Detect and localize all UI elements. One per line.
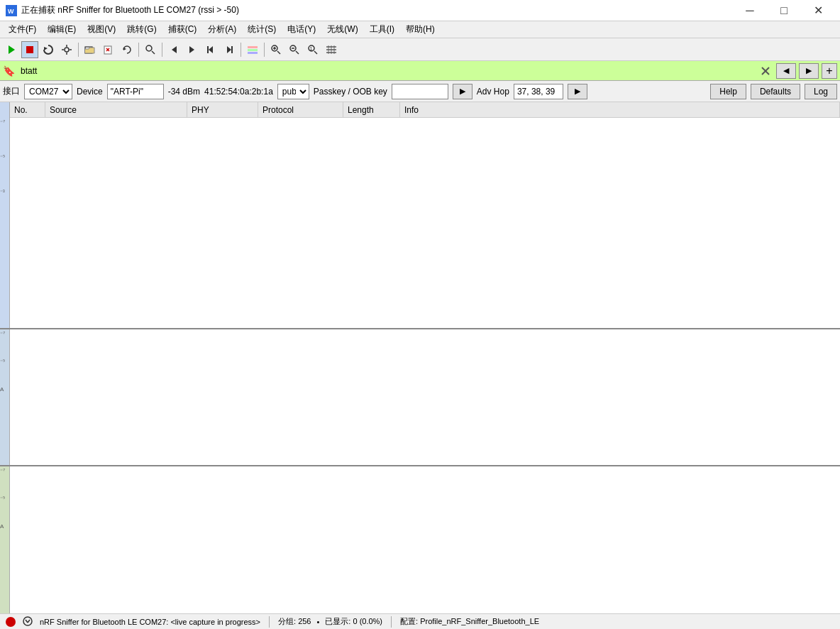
svg-rect-3 xyxy=(26,46,33,53)
svg-marker-4 xyxy=(44,47,48,50)
help-button[interactable]: Help xyxy=(710,84,746,99)
status-text: nRF Sniffer for Bluetooth LE COM27: <liv… xyxy=(40,618,260,626)
open-file-button[interactable] xyxy=(82,41,99,58)
capture-options-button[interactable] xyxy=(58,41,75,58)
minimize-button[interactable]: ─ xyxy=(734,0,766,21)
zoom-out-button[interactable] xyxy=(286,41,303,58)
adv-hop-input[interactable] xyxy=(514,84,563,99)
log-button[interactable]: Log xyxy=(805,84,837,99)
toolbar-sep-5 xyxy=(264,43,265,57)
device-input[interactable] xyxy=(107,84,164,99)
find-button[interactable] xyxy=(142,41,159,58)
mac-value: 41:52:54:0a:2b:1a xyxy=(204,87,273,97)
menu-phone[interactable]: 电话(Y) xyxy=(282,22,321,37)
svg-marker-17 xyxy=(172,46,177,53)
title-bar: W 正在捕获 nRF Sniffer for Bluetooth LE COM2… xyxy=(0,0,840,21)
svg-text:W: W xyxy=(8,8,14,15)
svg-line-27 xyxy=(277,51,280,54)
status-groups: 分组: 256 xyxy=(278,616,311,627)
filter-clear-button[interactable] xyxy=(758,63,773,79)
reload-button[interactable] xyxy=(118,41,136,58)
menu-wireless[interactable]: 无线(W) xyxy=(321,22,363,37)
resize-columns-button[interactable] xyxy=(323,41,340,58)
col-header-info: Info xyxy=(400,102,840,117)
title-bar-left: W 正在捕获 nRF Sniffer for Bluetooth LE COM2… xyxy=(6,4,239,16)
svg-line-31 xyxy=(296,51,299,54)
menu-stats[interactable]: 统计(S) xyxy=(242,22,282,37)
svg-marker-14 xyxy=(123,48,126,50)
status-icon-button[interactable] xyxy=(21,616,34,628)
status-dot: • xyxy=(316,618,319,626)
menu-tools[interactable]: 工具(I) xyxy=(364,22,400,37)
main-content: No. Source PHY Protocol Length Info xyxy=(0,102,840,613)
filter-input[interactable] xyxy=(18,63,755,79)
filter-next-button[interactable]: ▶ xyxy=(799,63,819,79)
menu-help[interactable]: 帮助(H) xyxy=(400,22,441,37)
menu-view[interactable]: 视图(V) xyxy=(82,22,121,37)
svg-line-46 xyxy=(28,620,30,623)
next-button[interactable] xyxy=(184,41,201,58)
defaults-button[interactable]: Defaults xyxy=(751,84,800,99)
restart-capture-button[interactable] xyxy=(40,41,57,58)
toolbar: 1 xyxy=(0,38,840,61)
capture-bar: 接口 COM27 Device -34 dBm 41:52:54:0a:2b:1… xyxy=(0,81,840,102)
prev-button[interactable] xyxy=(165,41,182,58)
hex-dump-pane: ⁻⁷ ⁻⁵ A xyxy=(0,466,840,613)
app-icon: W xyxy=(6,5,17,16)
maximize-button[interactable]: □ xyxy=(768,0,800,21)
col-header-no: No. xyxy=(10,102,45,117)
zoom-in-button[interactable] xyxy=(267,41,284,58)
close-button[interactable]: ✕ xyxy=(802,0,834,21)
start-capture-button[interactable] xyxy=(3,41,20,58)
zoom-reset-button[interactable]: 1 xyxy=(304,41,321,58)
menu-edit[interactable]: 编辑(E) xyxy=(42,22,82,37)
passkey-arrow-button[interactable]: ▶ xyxy=(453,84,472,99)
filter-prev-button[interactable]: ◀ xyxy=(776,63,796,79)
filter-add-button[interactable]: + xyxy=(822,63,837,79)
svg-rect-25 xyxy=(248,52,258,54)
colorize-button[interactable] xyxy=(244,41,261,58)
port-label: 接口 xyxy=(3,85,20,97)
col-header-protocol: Protocol xyxy=(258,102,343,117)
addr-type-select[interactable]: pub rnd xyxy=(277,84,309,99)
filter-bookmark-icon: 🔖 xyxy=(3,65,15,77)
toolbar-sep-4 xyxy=(241,43,241,57)
packet-detail-content[interactable] xyxy=(10,329,840,465)
svg-marker-21 xyxy=(227,46,231,53)
adv-hop-label: Adv Hop xyxy=(477,87,509,97)
packet-left-panel: ⁻⁷ ⁻⁵ ⁻³ xyxy=(0,118,10,328)
svg-marker-18 xyxy=(189,46,194,53)
packet-table-body[interactable] xyxy=(10,118,840,328)
menu-capture[interactable]: 捕获(C) xyxy=(162,22,203,37)
svg-point-15 xyxy=(146,45,152,51)
menu-bar: 文件(F) 编辑(E) 视图(V) 跳转(G) 捕获(C) 分析(A) 统计(S… xyxy=(0,21,840,38)
col-header-length: Length xyxy=(343,102,400,117)
toolbar-sep-3 xyxy=(162,43,162,57)
menu-goto[interactable]: 跳转(G) xyxy=(121,22,162,37)
go-last-button[interactable] xyxy=(221,41,238,58)
col-header-phy: PHY xyxy=(187,102,258,117)
close-file-button[interactable] xyxy=(100,41,117,58)
port-select[interactable]: COM27 xyxy=(24,84,72,99)
packet-list-pane: No. Source PHY Protocol Length Info xyxy=(0,102,840,329)
hex-dump-content[interactable] xyxy=(10,466,840,613)
table-header: No. Source PHY Protocol Length Info xyxy=(0,102,840,118)
col-header-source: Source xyxy=(45,102,187,117)
adv-hop-arrow-button[interactable]: ▶ xyxy=(568,84,587,99)
svg-text:1: 1 xyxy=(310,46,313,51)
svg-rect-23 xyxy=(248,46,258,48)
status-sep-2 xyxy=(391,616,392,628)
menu-file[interactable]: 文件(F) xyxy=(3,22,42,37)
svg-marker-2 xyxy=(9,45,15,54)
status-displayed: 已显示: 0 (0.0%) xyxy=(325,616,382,627)
go-first-button[interactable] xyxy=(202,41,219,58)
svg-point-44 xyxy=(23,617,32,625)
passkey-input[interactable] xyxy=(392,84,448,99)
svg-rect-24 xyxy=(248,49,258,51)
toolbar-sep-2 xyxy=(138,43,139,57)
stop-capture-button[interactable] xyxy=(21,41,38,58)
menu-analyze[interactable]: 分析(A) xyxy=(202,22,242,37)
svg-rect-22 xyxy=(231,46,233,53)
rssi-value: -34 dBm xyxy=(168,87,200,97)
status-sep-1 xyxy=(269,616,270,628)
